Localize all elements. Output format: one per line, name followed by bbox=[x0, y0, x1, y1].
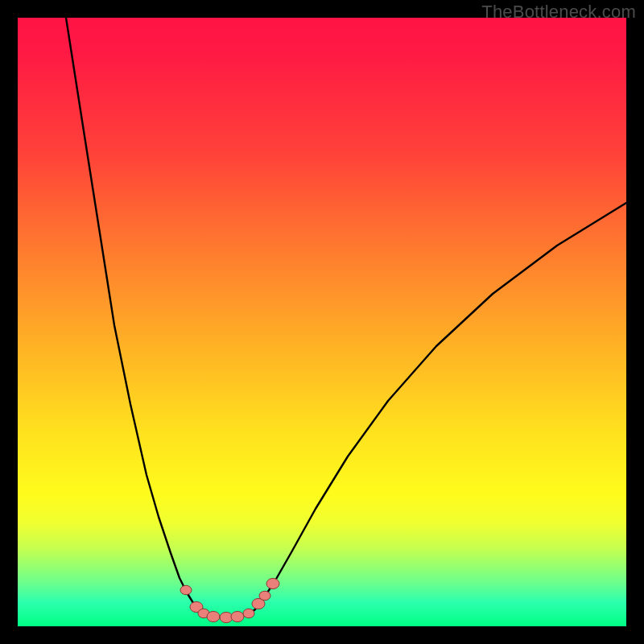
svg-point-6 bbox=[243, 609, 254, 617]
svg-point-4 bbox=[220, 612, 233, 622]
plot-area bbox=[18, 18, 626, 626]
chart-frame: TheBottleneck.com bbox=[0, 0, 644, 644]
svg-point-9 bbox=[266, 578, 279, 588]
curve-beads bbox=[18, 18, 626, 626]
svg-point-2 bbox=[198, 609, 209, 617]
svg-point-7 bbox=[252, 598, 265, 609]
svg-point-8 bbox=[259, 591, 270, 600]
svg-point-3 bbox=[207, 611, 220, 621]
svg-point-5 bbox=[231, 611, 244, 621]
watermark-text: TheBottleneck.com bbox=[481, 2, 636, 23]
bottleneck-curve bbox=[18, 18, 626, 626]
svg-point-0 bbox=[180, 585, 192, 594]
svg-point-1 bbox=[190, 601, 203, 612]
